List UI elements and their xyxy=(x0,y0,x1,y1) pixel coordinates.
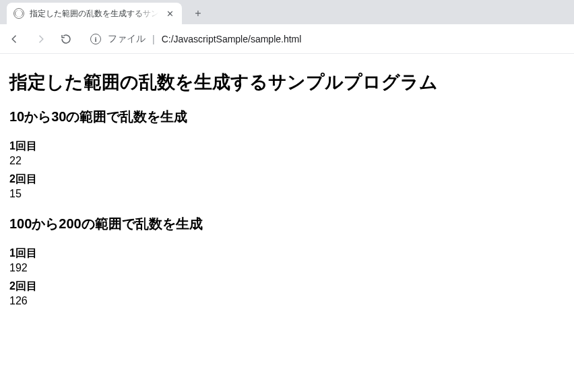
section-heading: 100から200の範囲で乱数を生成 xyxy=(9,215,565,233)
reload-icon xyxy=(60,33,72,45)
url-separator: | xyxy=(152,34,155,44)
globe-icon xyxy=(13,8,24,19)
trial-label: 2回目 xyxy=(9,280,565,294)
arrow-right-icon xyxy=(34,33,46,45)
address-bar[interactable]: i ファイル | C:/JavascriptSample/sample.html xyxy=(84,29,567,49)
url-path: C:/JavascriptSample/sample.html xyxy=(162,34,302,44)
close-icon[interactable]: ✕ xyxy=(164,8,175,19)
url-scheme-label: ファイル xyxy=(108,33,146,45)
trial-value: 192 xyxy=(9,262,565,274)
browser-tab[interactable]: 指定した範囲の乱数を生成するサンプ ✕ xyxy=(7,3,182,24)
section-heading: 10から30の範囲で乱数を生成 xyxy=(9,108,565,126)
tab-bar: 指定した範囲の乱数を生成するサンプ ✕ + xyxy=(0,0,574,24)
trial-value: 15 xyxy=(9,188,565,200)
trial-label: 1回目 xyxy=(9,247,565,261)
page-title: 指定した範囲の乱数を生成するサンプルプログラム xyxy=(9,70,565,94)
page-content: 指定した範囲の乱数を生成するサンプルプログラム 10から30の範囲で乱数を生成 … xyxy=(0,54,574,317)
arrow-left-icon xyxy=(9,33,21,45)
trial-value: 22 xyxy=(9,155,565,167)
tab-title: 指定した範囲の乱数を生成するサンプ xyxy=(30,8,159,20)
reload-button[interactable] xyxy=(58,31,74,47)
trial-label: 2回目 xyxy=(9,172,565,187)
trial-value: 126 xyxy=(9,295,565,307)
info-icon[interactable]: i xyxy=(90,34,101,44)
section: 10から30の範囲で乱数を生成 1回目 22 2回目 15 xyxy=(9,108,565,200)
back-button[interactable] xyxy=(7,31,23,47)
toolbar: i ファイル | C:/JavascriptSample/sample.html xyxy=(0,24,574,54)
trial-label: 1回目 xyxy=(9,139,565,154)
new-tab-button[interactable]: + xyxy=(189,4,208,23)
section: 100から200の範囲で乱数を生成 1回目 192 2回目 126 xyxy=(9,215,565,307)
forward-button[interactable] xyxy=(32,31,49,47)
